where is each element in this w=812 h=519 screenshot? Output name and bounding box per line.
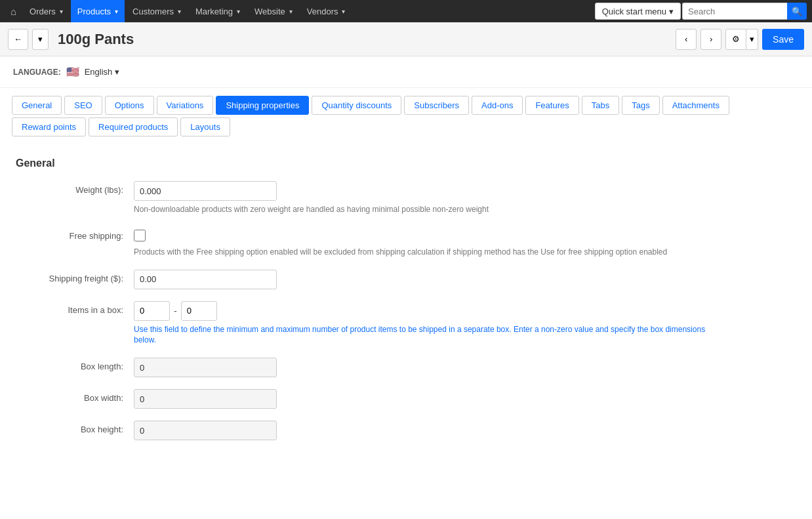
free-shipping-row: Free shipping: Products with the Free sh… [16,227,796,258]
language-dropdown-arrow: ▾ [115,67,119,77]
free-shipping-field: Products with the Free shipping option e… [134,227,796,258]
nav-customers-label: Customers [132,7,174,16]
box-width-row: Box width: [16,389,796,409]
next-icon: › [710,34,712,44]
nav-item-marketing[interactable]: Marketing ▾ [189,0,247,22]
main-content: General Weight (lbs): Non-downloadable p… [0,144,812,465]
items-max-input[interactable] [181,301,217,321]
tabs-row1: General SEO Options Variations Shipping … [0,88,812,115]
nav-website-label: Website [254,7,285,16]
tab-seo[interactable]: SEO [64,96,102,115]
gear-icon: ⚙ [732,34,740,44]
quick-start-arrow: ▾ [669,7,674,16]
box-length-label: Box length: [16,358,134,371]
nav-vendors-label: Vendors [307,7,338,16]
gear-dropdown-button[interactable]: ▾ [746,29,758,50]
toolbar-dropdown-icon: ▾ [38,34,43,44]
items-help-text: Use this field to define the minimum and… [134,324,724,346]
nav-products-label: Products [77,7,111,16]
weight-row: Weight (lbs): Non-downloadable products … [16,181,796,215]
prev-button[interactable]: ‹ [676,29,697,50]
tab-layouts[interactable]: Layouts [180,117,230,136]
prev-icon: ‹ [685,34,687,44]
box-height-row: Box height: [16,421,796,440]
quick-start-button[interactable]: Quick start menu ▾ [595,3,681,20]
tabs-row2: Reward points Required products Layouts [0,115,812,144]
nav-item-customers[interactable]: Customers ▾ [126,0,188,22]
marketing-dropdown-arrow: ▾ [237,8,240,15]
tab-general[interactable]: General [12,96,62,115]
tab-variations[interactable]: Variations [157,96,214,115]
tab-options[interactable]: Options [105,96,154,115]
search-input[interactable] [682,3,787,20]
items-in-box-field: - Use this field to define the minimum a… [134,301,796,346]
items-in-box-row: Items in a box: - Use this field to defi… [16,301,796,346]
website-dropdown-arrow: ▾ [289,8,293,15]
shipping-freight-field [134,270,796,289]
weight-input[interactable] [134,181,277,201]
gear-group: ⚙ ▾ [725,29,758,50]
shipping-freight-row: Shipping freight ($): [16,270,796,289]
language-selector[interactable]: English ▾ [85,67,120,77]
orders-dropdown-arrow: ▾ [60,8,63,15]
free-shipping-help-text: Products with the Free shipping option e… [134,247,724,258]
box-width-input[interactable] [134,389,277,409]
box-height-field [134,421,796,440]
back-icon: ← [14,34,22,44]
nav-item-orders[interactable]: Orders ▾ [23,0,70,22]
box-height-input[interactable] [134,421,277,440]
box-length-row: Box length: [16,358,796,377]
top-nav: ⌂ Orders ▾ Products ▾ Customers ▾ Market… [0,0,812,22]
nav-item-website[interactable]: Website ▾ [248,0,299,22]
tab-subscribers[interactable]: Subscribers [404,96,469,115]
free-shipping-label: Free shipping: [16,227,134,241]
gear-dropdown-icon: ▾ [750,34,754,44]
box-length-input[interactable] [134,358,277,377]
weight-label: Weight (lbs): [16,181,134,195]
nav-marketing-label: Marketing [195,7,233,16]
tab-shipping[interactable]: Shipping properties [216,96,309,115]
tab-addons[interactable]: Add-ons [472,96,523,115]
nav-item-vendors[interactable]: Vendors ▾ [300,0,352,22]
box-length-field [134,358,796,377]
save-button[interactable]: Save [762,29,804,50]
products-dropdown-arrow: ▾ [115,8,118,15]
items-box-inputs: - [134,301,796,321]
home-icon[interactable]: ⌂ [5,6,22,17]
weight-help-text: Non-downloadable products with zero weig… [134,204,724,215]
vendors-dropdown-arrow: ▾ [342,8,345,15]
tab-required[interactable]: Required products [89,117,178,136]
next-button[interactable]: › [700,29,721,50]
language-label: LANGUAGE: [13,68,61,77]
box-width-label: Box width: [16,389,134,403]
toolbar-dropdown-button[interactable]: ▾ [32,29,49,50]
tab-quantity[interactable]: Quantity discounts [312,96,401,115]
search-button[interactable]: 🔍 [787,3,807,20]
tab-tabs[interactable]: Tabs [582,96,619,115]
page-title: 100g Pants [52,31,672,48]
tab-tags[interactable]: Tags [622,96,659,115]
free-shipping-checkbox[interactable] [134,230,146,241]
items-min-input[interactable] [134,301,170,321]
language-name: English [85,67,113,77]
box-height-label: Box height: [16,421,134,434]
language-bar: LANGUAGE: 🇺🇸 English ▾ [0,56,812,88]
toolbar-right: ‹ › ⚙ ▾ Save [676,29,804,50]
items-dash: - [174,306,177,316]
tab-attachments[interactable]: Attachments [662,96,729,115]
search-bar: 🔍 [682,3,807,20]
nav-orders-label: Orders [30,7,56,16]
weight-field: Non-downloadable products with zero weig… [134,181,796,215]
shipping-freight-input[interactable] [134,270,277,289]
tab-features[interactable]: Features [525,96,579,115]
gear-button[interactable]: ⚙ [725,29,746,50]
items-in-box-label: Items in a box: [16,301,134,315]
flag-icon: 🇺🇸 [66,66,79,78]
shipping-freight-label: Shipping freight ($): [16,270,134,283]
nav-item-products[interactable]: Products ▾ [71,0,125,22]
customers-dropdown-arrow: ▾ [178,8,181,15]
back-button[interactable]: ← [8,29,28,50]
box-width-field [134,389,796,409]
tab-reward[interactable]: Reward points [12,117,86,136]
section-general-title: General [16,157,796,169]
